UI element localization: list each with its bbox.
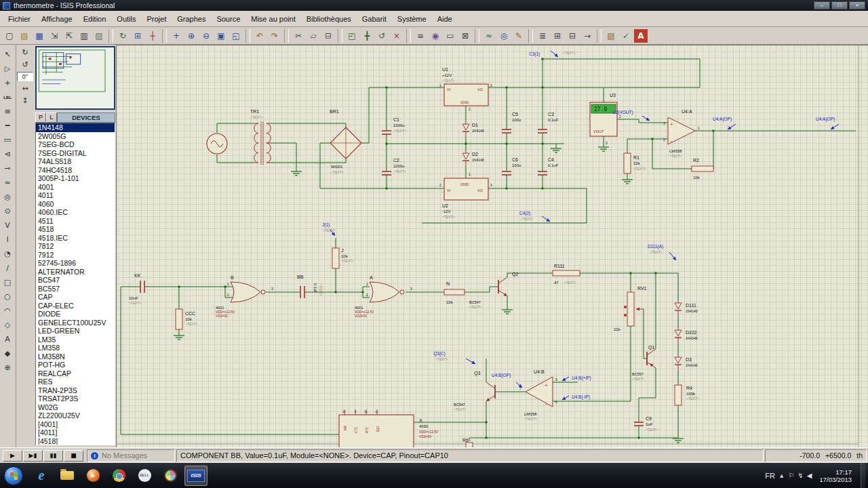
device-item[interactable]: LM358N bbox=[36, 352, 115, 361]
device-item[interactable]: 52745-1896 bbox=[36, 259, 115, 268]
device-item[interactable]: 1N4148 bbox=[36, 123, 115, 132]
zoom-area-icon[interactable]: ◱ bbox=[229, 29, 243, 43]
voltage-probe-mode-icon[interactable]: V bbox=[1, 218, 14, 232]
device-item[interactable]: BC547 bbox=[36, 276, 115, 285]
bridge-part[interactable] bbox=[330, 127, 361, 159]
res-part[interactable] bbox=[176, 309, 182, 329]
taskbar-icon-internet-explorer[interactable]: e bbox=[30, 466, 53, 486]
device-item[interactable]: CAP bbox=[36, 293, 115, 302]
pot-part[interactable] bbox=[627, 292, 644, 326]
schematic-canvas[interactable]: TR1<TEXT>BR1W02G<TEXT>U1+12V<TEXT>VIVOGN… bbox=[116, 45, 868, 447]
menu-aide[interactable]: Aide bbox=[432, 13, 458, 25]
block-rotate-icon[interactable]: ↺ bbox=[375, 29, 389, 43]
menu-gabarit[interactable]: Gabarit bbox=[357, 13, 392, 25]
line-2d-mode-icon[interactable]: ∕ bbox=[1, 261, 14, 274]
capv-part[interactable] bbox=[300, 286, 304, 298]
redraw-icon[interactable]: ↻ bbox=[116, 29, 130, 43]
tray-icon-1[interactable]: ↯ bbox=[797, 472, 803, 479]
menu-source[interactable]: Source bbox=[211, 13, 245, 25]
taskbar-icon-browser-ball[interactable] bbox=[107, 466, 130, 486]
mirror-x-button[interactable]: ↔ bbox=[18, 83, 33, 94]
cap-part[interactable] bbox=[634, 422, 644, 426]
voltage-probe[interactable]: C3(1) bbox=[529, 51, 558, 57]
device-item[interactable]: 4060.IEC bbox=[36, 208, 115, 217]
res-part[interactable] bbox=[444, 289, 465, 295]
zoom-out-icon[interactable]: ⊖ bbox=[199, 29, 213, 43]
device-item[interactable]: [4518] bbox=[36, 437, 115, 446]
device-item[interactable]: 4011 bbox=[36, 191, 115, 200]
pause-button[interactable]: ▮▮ bbox=[43, 450, 63, 462]
npn-part[interactable] bbox=[498, 277, 507, 296]
device-item[interactable]: REALCAP bbox=[36, 369, 115, 378]
tray-icon-2[interactable]: ◀ bbox=[807, 472, 812, 479]
menu-fichier[interactable]: Fichier bbox=[3, 13, 36, 25]
open-file-icon[interactable]: ▤ bbox=[18, 29, 31, 43]
cap-part[interactable] bbox=[382, 171, 391, 175]
block-copy-icon[interactable]: ◰ bbox=[345, 29, 359, 43]
print-icon[interactable]: ▥ bbox=[77, 29, 91, 43]
cap-part[interactable] bbox=[538, 129, 547, 133]
device-item[interactable]: LM35 bbox=[36, 336, 115, 344]
taskbar-icon-paint[interactable] bbox=[159, 466, 182, 486]
remove-sheet-icon[interactable]: ⊟ bbox=[566, 29, 579, 43]
dioded-part[interactable] bbox=[675, 354, 682, 370]
minimize-button[interactable]: – bbox=[814, 1, 830, 9]
rotate-anticlockwise-button[interactable]: ↺ bbox=[18, 59, 33, 70]
device-item[interactable]: 74ALS518 bbox=[36, 157, 115, 166]
erc-check-icon[interactable]: ✓ bbox=[619, 29, 633, 43]
taskbar-clock[interactable]: 17:17 17/03/2013 bbox=[816, 468, 852, 483]
xfmr-part[interactable] bbox=[254, 121, 271, 165]
wire-autorouter-icon[interactable]: ≈ bbox=[482, 29, 496, 43]
device-item[interactable]: ZL2200U25V bbox=[36, 411, 115, 420]
device-item[interactable]: TRSAT2P3S bbox=[36, 394, 115, 403]
pick-button[interactable]: P bbox=[35, 113, 46, 123]
voltage-probe[interactable]: U4:A(OP) bbox=[713, 117, 736, 129]
device-item[interactable]: BC557 bbox=[36, 285, 115, 293]
device-item[interactable]: 4511 bbox=[36, 217, 115, 226]
cap-part[interactable] bbox=[382, 131, 391, 134]
new-file-icon[interactable]: ▢ bbox=[3, 29, 16, 43]
zoom-in-icon[interactable]: ⊕ bbox=[184, 29, 198, 43]
cap-part[interactable] bbox=[538, 171, 547, 175]
decompose-icon[interactable]: ⊠ bbox=[458, 29, 472, 43]
device-item[interactable]: LED-GREEN bbox=[36, 327, 115, 336]
save-file-icon[interactable]: ▦ bbox=[33, 29, 46, 43]
device-item[interactable]: 4001 bbox=[36, 183, 115, 192]
property-assign-icon[interactable]: ✎ bbox=[512, 29, 526, 43]
center-cursor-icon[interactable]: + bbox=[170, 29, 183, 43]
capv-part[interactable] bbox=[140, 281, 144, 293]
device-item[interactable]: 7912 bbox=[36, 251, 115, 260]
menu-outils[interactable]: Outils bbox=[111, 13, 141, 25]
make-device-icon[interactable]: ◉ bbox=[429, 29, 442, 43]
copy-icon[interactable]: ▱ bbox=[307, 29, 320, 43]
menu-graphes[interactable]: Graphes bbox=[172, 13, 211, 25]
device-item[interactable]: [4011] bbox=[36, 428, 115, 437]
undo-icon[interactable]: ↶ bbox=[253, 29, 267, 43]
circle-2d-mode-icon[interactable]: ○ bbox=[1, 289, 14, 303]
library-button[interactable]: L bbox=[46, 113, 57, 123]
menu-syst-me[interactable]: Système bbox=[392, 13, 432, 25]
device-item[interactable]: CAP-ELEC bbox=[36, 302, 115, 310]
device-item[interactable]: 3005P-1-101 bbox=[36, 174, 115, 183]
voltage-probe[interactable]: U4:B(-IP) bbox=[562, 394, 590, 400]
npn-part[interactable] bbox=[486, 382, 495, 401]
tray-expand-arrow[interactable]: ▲ bbox=[780, 473, 783, 479]
device-item[interactable]: ALTERNATOR bbox=[36, 268, 115, 277]
res-part[interactable] bbox=[692, 166, 713, 171]
nor-part[interactable] bbox=[231, 282, 265, 302]
dioded-part[interactable] bbox=[462, 121, 469, 137]
src-part[interactable] bbox=[207, 134, 227, 154]
step-button[interactable]: ▶▮ bbox=[23, 450, 43, 462]
menu-projet[interactable]: Projet bbox=[141, 13, 172, 25]
device-item[interactable]: GENELECT100U25V bbox=[36, 319, 115, 327]
device-item[interactable]: LM358 bbox=[36, 344, 115, 352]
menu-edition[interactable]: Edition bbox=[78, 13, 112, 25]
current-probe-mode-icon[interactable]: I bbox=[1, 232, 14, 246]
block-move-icon[interactable]: ╋ bbox=[360, 29, 374, 43]
menu-affichage[interactable]: Affichage bbox=[36, 13, 78, 25]
device-item[interactable]: [4001] bbox=[36, 420, 115, 429]
rotate-clockwise-button[interactable]: ↻ bbox=[18, 47, 33, 58]
symbol-2d-mode-icon[interactable]: ◆ bbox=[1, 346, 14, 360]
terminal-mode-icon[interactable]: ⊲ bbox=[1, 147, 14, 161]
zoom-all-icon[interactable]: ▣ bbox=[214, 29, 228, 43]
